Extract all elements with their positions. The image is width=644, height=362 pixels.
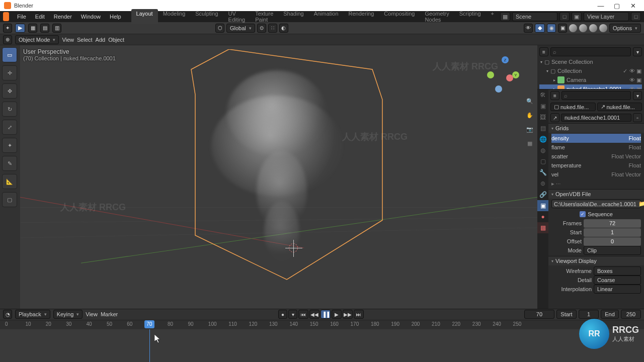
ptab-output[interactable]: 🖼 [537, 112, 548, 123]
tab-anim[interactable]: Animation [309, 9, 344, 24]
tab-scripting[interactable]: Scripting [454, 9, 486, 24]
properties-search[interactable]: ⌕ [561, 91, 631, 100]
current-frame-display[interactable]: 70 [524, 310, 554, 319]
axis-neg-z-icon[interactable] [495, 85, 502, 93]
shading-solid-icon[interactable] [579, 24, 587, 32]
close-button[interactable]: ✕ [626, 2, 640, 10]
end-frame-input[interactable]: 250 [621, 310, 641, 319]
shading-render-icon[interactable] [599, 24, 607, 32]
addprim-tool[interactable]: ▢ [2, 192, 17, 207]
panel-viewport-display-header[interactable]: Viewport Display [548, 256, 644, 265]
autokey-icon[interactable]: ● [278, 310, 287, 319]
ptab-tool[interactable]: 🛠 [537, 89, 548, 101]
outliner[interactable]: ≡ ⌕ ▾ ▾▢ Scene Collection ▾▢ Collection … [537, 45, 644, 89]
offset-input[interactable]: 0 [584, 237, 641, 246]
prop-type-icon[interactable]: ≡ [550, 91, 559, 100]
playback-menu[interactable]: Playback [15, 310, 50, 319]
grid-scatter[interactable]: scatterFloat Vector [551, 152, 641, 161]
ptab-constraints[interactable]: 🔗 [537, 189, 548, 200]
grid-vel[interactable]: velFloat Vector [551, 170, 641, 179]
max-button[interactable]: ▢ [610, 2, 624, 10]
vmenu-add[interactable]: Add [96, 37, 106, 43]
tab-shading[interactable]: Shading [278, 9, 308, 24]
ptab-world[interactable]: ◍ [537, 145, 548, 156]
play-rev-button[interactable]: ▐▐ [320, 310, 331, 319]
datablock-browse-icon[interactable]: ↗ [550, 113, 559, 122]
blender-logo-icon[interactable] [3, 12, 9, 21]
scene-browse-icon[interactable]: ▦ [500, 12, 510, 21]
menu-help[interactable]: Help [106, 13, 125, 21]
datablock-users-icon[interactable]: ▫ [633, 113, 642, 122]
rotate-tool[interactable]: ↻ [2, 102, 17, 117]
cursor-tool[interactable]: ✛ [2, 65, 17, 80]
snap-vert-icon[interactable]: ▥ [52, 24, 61, 33]
shading-matprev-icon[interactable] [589, 24, 597, 32]
viewlayer-new-icon[interactable]: □ [631, 12, 641, 21]
timeline-type-icon[interactable]: ◔ [3, 310, 12, 319]
measure-tool[interactable]: 📐 [2, 174, 17, 189]
start-input[interactable]: 1 [584, 228, 641, 237]
wireframe-select[interactable]: Boxes [594, 266, 641, 276]
select-box-tool[interactable]: ▭ [2, 47, 17, 62]
editor-type-icon[interactable]: ✦ [3, 24, 12, 33]
ptab-viewlayer[interactable]: ▤ [537, 123, 548, 134]
overlay-vis-icon[interactable]: 👁 [524, 24, 533, 33]
mode-select[interactable]: Clip [584, 246, 641, 255]
restrict-vis-icon[interactable]: 👁 [629, 68, 635, 74]
panel-openvdb-header[interactable]: OpenVDB File [548, 190, 644, 199]
keying-dd-icon[interactable]: ▾ [288, 310, 297, 319]
annotate-tool[interactable]: ✎ [2, 156, 17, 171]
ptab-data[interactable]: ▣ [537, 200, 548, 211]
options-dd[interactable]: Options [609, 24, 641, 33]
overlays-icon[interactable]: ◉ [547, 24, 556, 33]
gizmo-toggle-icon[interactable]: ◆ [535, 24, 545, 33]
proportional-icon[interactable]: ◐ [279, 24, 288, 33]
min-button[interactable]: — [594, 2, 608, 10]
tab-add[interactable]: + [486, 9, 499, 24]
crumb-object[interactable]: ▢ nuked.file... [550, 103, 596, 111]
tl-marker[interactable]: Marker [101, 311, 118, 317]
magnet-icon[interactable]: ⬡ [215, 24, 224, 33]
ptab-material[interactable]: ● [537, 211, 548, 222]
pivot-icon[interactable]: ⊙ [257, 24, 266, 33]
persp-ortho-icon[interactable]: ▦ [524, 138, 535, 149]
viewlayer-icon[interactable]: ▣ [572, 12, 582, 21]
panel-grids-header[interactable]: Grids [548, 124, 644, 133]
scene-new-icon[interactable]: □ [559, 12, 570, 21]
next-key-button[interactable]: ▶▶ [343, 310, 353, 319]
jump-start-button[interactable]: ⏮ [298, 310, 308, 319]
grids-list[interactable]: densityFloat flameFloat scatterFloat Vec… [548, 133, 644, 189]
menu-render[interactable]: Render [50, 13, 76, 21]
grid-density[interactable]: densityFloat [551, 134, 641, 143]
outliner-type-icon[interactable]: ≡ [539, 47, 548, 56]
start-frame-input[interactable]: 1 [579, 310, 599, 319]
tab-render[interactable]: Rendering [344, 9, 379, 24]
camera-view-icon[interactable]: 📷 [524, 124, 535, 135]
timeline-track[interactable]: 70 [0, 329, 644, 362]
outliner-collection[interactable]: ▾▢ Collection ✓👁▣ [539, 66, 642, 75]
axis-y-icon[interactable]: Y [512, 71, 519, 78]
tl-view[interactable]: View [86, 311, 98, 317]
menu-edit[interactable]: Edit [31, 13, 49, 21]
axis-x-icon[interactable] [506, 74, 513, 81]
tab-comp[interactable]: Compositing [379, 9, 420, 24]
snap-to-icon[interactable]: ∷ [268, 24, 277, 33]
vmenu-object[interactable]: Object [108, 37, 124, 43]
vmenu-view[interactable]: View [62, 37, 74, 43]
tab-geonodes[interactable]: Geometry Nodes [420, 9, 454, 24]
folder-icon[interactable]: 📁 [638, 201, 644, 207]
play-tool-icon[interactable]: ▶ [15, 24, 25, 33]
transform-tool[interactable]: ✦ [2, 138, 17, 153]
grid-temperature[interactable]: temperatureFloat [551, 161, 641, 170]
xray-icon[interactable]: ▣ [558, 24, 567, 33]
playhead[interactable]: 70 [149, 329, 150, 362]
prop-options-icon[interactable]: ▾ [633, 91, 642, 100]
tab-texpaint[interactable]: Texture Paint [250, 9, 278, 24]
vmenu-select[interactable]: Select [77, 37, 93, 43]
timeline-ruler[interactable]: 0102030405060708090100110120130140150160… [0, 320, 644, 329]
ptab-physics[interactable]: ⊚ [537, 178, 548, 189]
sequence-checkbox[interactable]: ✓ [580, 211, 586, 217]
prev-key-button[interactable]: ◀◀ [309, 310, 319, 319]
outliner-item-volume[interactable]: ▸ nuked.filecache1.0001 👁▣ [539, 84, 642, 89]
outliner-search[interactable]: ⌕ [550, 47, 631, 56]
